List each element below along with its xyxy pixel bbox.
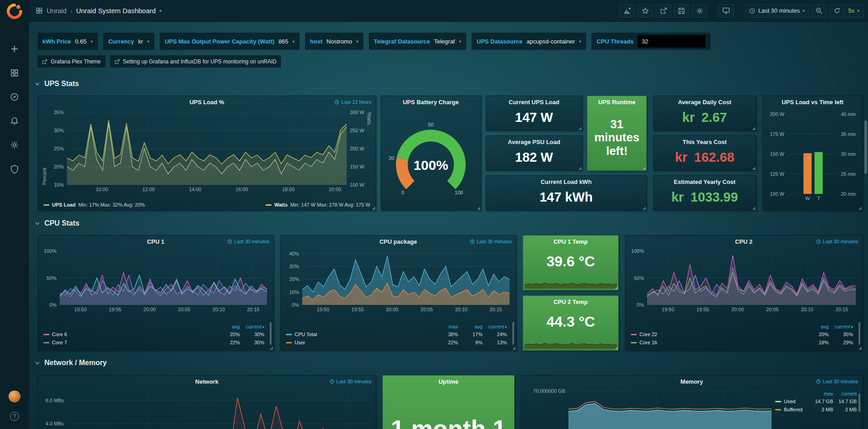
cpu-package-chart[interactable]: 40%30%20%10%0%19:5019:5520:0020:0520:102… bbox=[302, 251, 510, 305]
variable-kwh-price[interactable]: kWh Price 0.65 ▾ bbox=[38, 33, 98, 50]
legend-scrollbar[interactable] bbox=[858, 322, 860, 345]
grafana-logo[interactable] bbox=[7, 4, 22, 19]
panel-title[interactable]: CPU 1 Temp bbox=[553, 238, 588, 245]
panel-resize-handle[interactable] bbox=[752, 127, 755, 130]
panel-resize-handle[interactable] bbox=[643, 207, 646, 210]
link-label: Grafana Plex Theme bbox=[51, 58, 101, 65]
panel-resize-handle[interactable] bbox=[578, 127, 582, 130]
panel-resize-handle[interactable] bbox=[643, 167, 646, 170]
cpu1-chart[interactable]: 100%50%0%19:5019:5520:0020:0520:1020:15 bbox=[60, 251, 267, 305]
panel-title[interactable]: CPU 1 bbox=[147, 238, 164, 245]
panel-title[interactable]: Current UPS Load bbox=[509, 99, 559, 106]
breadcrumb-folder[interactable]: Unraid bbox=[47, 7, 67, 14]
network-chart[interactable]: 6.0 MBs4.0 MBs2.0 MBs19:5019:5520:0020:0… bbox=[67, 391, 369, 429]
cycle-view-button[interactable] bbox=[718, 4, 734, 18]
panel-resize-handle[interactable] bbox=[477, 207, 480, 210]
panel-resize-handle[interactable] bbox=[615, 286, 618, 289]
panel-title[interactable]: CPU package bbox=[379, 238, 417, 245]
panel-resize-handle[interactable] bbox=[858, 207, 862, 210]
legend-scrollbar[interactable] bbox=[512, 322, 514, 345]
ups-load-chart[interactable]: 35%30%25%20%15%300 W250 W200 W150 W100 W… bbox=[67, 112, 347, 185]
panel-resize-handle[interactable] bbox=[615, 347, 618, 350]
time-range-badge[interactable]: Last 12 hours bbox=[334, 99, 372, 105]
time-range-badge[interactable]: Last 30 minutes bbox=[227, 239, 269, 244]
panel-title[interactable]: Current Load kWh bbox=[541, 178, 592, 185]
dashboard-link-plex-theme[interactable]: Grafana Plex Theme bbox=[38, 55, 105, 67]
panel-title[interactable]: CPU 2 bbox=[735, 238, 752, 245]
panel-resize-handle[interactable] bbox=[752, 167, 755, 170]
variable-label: host bbox=[310, 38, 322, 45]
refresh-button[interactable] bbox=[830, 4, 844, 18]
legend-row[interactable]: Used 14.7 GB 14.7 GB bbox=[775, 397, 857, 405]
time-range-badge[interactable]: Last 30 minutes bbox=[816, 239, 858, 244]
panel-title[interactable]: UPS Battery Charge bbox=[403, 99, 459, 106]
panel-resize-handle[interactable] bbox=[858, 347, 862, 350]
panel-title[interactable]: Average PSU Load bbox=[508, 139, 560, 145]
panel-resize-handle[interactable] bbox=[512, 347, 515, 350]
legend-item[interactable]: UPS Load Min: 17% Max: 32% Avg: 20% bbox=[43, 202, 145, 207]
panel-this-years-cost: This Years Cost kr 162.68 bbox=[653, 135, 756, 171]
panel-title[interactable]: CPU 2 Temp bbox=[553, 299, 588, 305]
help-button[interactable]: ? bbox=[7, 411, 22, 422]
panel-title[interactable]: This Years Cost bbox=[682, 139, 726, 145]
time-range-badge[interactable]: Last 30 minutes bbox=[329, 379, 372, 384]
variable-telegraf-datasource[interactable]: Telegraf Datasource Telegraf ▾ bbox=[369, 33, 466, 50]
series-color-dash bbox=[775, 409, 781, 410]
time-range-picker[interactable]: Last 30 minutes ▾ bbox=[745, 4, 809, 18]
chevron-down-icon[interactable]: ▾ bbox=[159, 8, 162, 13]
ups-bar-chart[interactable]: 200 W175 W150 W125 W100 W40 min35 min30 … bbox=[787, 114, 838, 194]
cpu-threads-input[interactable] bbox=[638, 35, 706, 48]
time-range-badge[interactable]: Last 30 minutes bbox=[470, 239, 512, 244]
cpu2-chart[interactable]: 100%50%0%19:5019:5520:0020:0520:1020:15 bbox=[647, 251, 856, 305]
panel-title[interactable]: Estimated Yearly Cost bbox=[674, 178, 735, 185]
sidebar-explore-button[interactable] bbox=[7, 92, 22, 102]
legend-row[interactable]: Buffered 3 MB 3 MB bbox=[775, 405, 857, 414]
sidebar-create-button[interactable] bbox=[7, 43, 22, 54]
row-header-network-memory[interactable]: Network / Memory bbox=[34, 359, 107, 367]
memory-chart[interactable]: 70.000000 GB60.000000 GB50.000000 GB19:5… bbox=[568, 391, 772, 429]
row-header-ups-stats[interactable]: UPS Stats bbox=[34, 80, 79, 88]
legend-scrollbar[interactable] bbox=[270, 322, 272, 345]
user-avatar[interactable] bbox=[7, 391, 22, 402]
panel-title[interactable]: UPS Load % bbox=[190, 99, 224, 106]
legend-item[interactable]: Watts Min: 147 W Max: 278 W Avg: 175 W bbox=[266, 202, 370, 207]
legend-row[interactable]: CPU Total 38% 17% 24% bbox=[286, 330, 507, 338]
axis-tick-label: 20:10 bbox=[455, 307, 467, 312]
dashboard-settings-button[interactable] bbox=[692, 4, 707, 18]
panel-resize-handle[interactable] bbox=[578, 167, 582, 170]
panel-title[interactable]: UPS Runtime bbox=[598, 99, 635, 106]
legend-row[interactable]: User 22% 9% 13% bbox=[286, 338, 507, 347]
legend-scrollbar[interactable] bbox=[858, 394, 860, 412]
zoom-out-button[interactable] bbox=[811, 4, 827, 18]
panel-title[interactable]: Average Daily Cost bbox=[678, 99, 731, 106]
refresh-interval-dropdown[interactable]: 5s ▾ bbox=[844, 4, 863, 18]
panel-title[interactable]: Uptime bbox=[439, 378, 458, 385]
breadcrumb-title[interactable]: Unraid System Dashboard bbox=[76, 7, 156, 14]
sidebar-configuration-button[interactable] bbox=[7, 140, 22, 150]
add-panel-button[interactable] bbox=[619, 4, 635, 18]
sidebar-admin-button[interactable] bbox=[7, 164, 22, 174]
legend-row[interactable]: Core 7 22% 30% bbox=[43, 338, 264, 347]
panel-resize-handle[interactable] bbox=[372, 207, 375, 210]
legend-row[interactable]: Core 6 20% 30% bbox=[43, 330, 264, 338]
page-scrollbar[interactable] bbox=[864, 121, 867, 174]
legend-row[interactable]: Core 22 20% 35% bbox=[631, 330, 853, 338]
variable-host[interactable]: host Nostromo ▾ bbox=[305, 33, 363, 50]
share-button[interactable] bbox=[656, 4, 671, 18]
row-header-cpu-stats[interactable]: CPU Stats bbox=[34, 219, 79, 227]
sidebar-alerting-button[interactable] bbox=[7, 116, 22, 126]
time-range-badge[interactable]: Last 30 minutes bbox=[816, 379, 858, 384]
panel-resize-handle[interactable] bbox=[270, 347, 273, 350]
save-button[interactable] bbox=[674, 4, 689, 18]
panel-resize-handle[interactable] bbox=[752, 207, 755, 210]
star-button[interactable] bbox=[638, 4, 653, 18]
dashboard-link-ups-guide[interactable]: Setting up Grafana and InfluxDB for UPS … bbox=[110, 55, 281, 67]
panel-title[interactable]: UPS Load vs Time left bbox=[782, 99, 843, 106]
variable-currency[interactable]: Currency kr ▾ bbox=[103, 33, 154, 50]
sidebar-dashboards-button[interactable] bbox=[7, 67, 22, 78]
variable-ups-datasource[interactable]: UPS Datasource apcupsd-container ▾ bbox=[472, 33, 586, 50]
legend-row[interactable]: Core 16 18% 29% bbox=[631, 338, 853, 347]
variable-ups-max-output[interactable]: UPS Max Output Power Capacity (Watt) 865… bbox=[160, 33, 300, 50]
panel-title[interactable]: Memory bbox=[681, 378, 703, 385]
panel-title[interactable]: Network bbox=[195, 378, 218, 385]
